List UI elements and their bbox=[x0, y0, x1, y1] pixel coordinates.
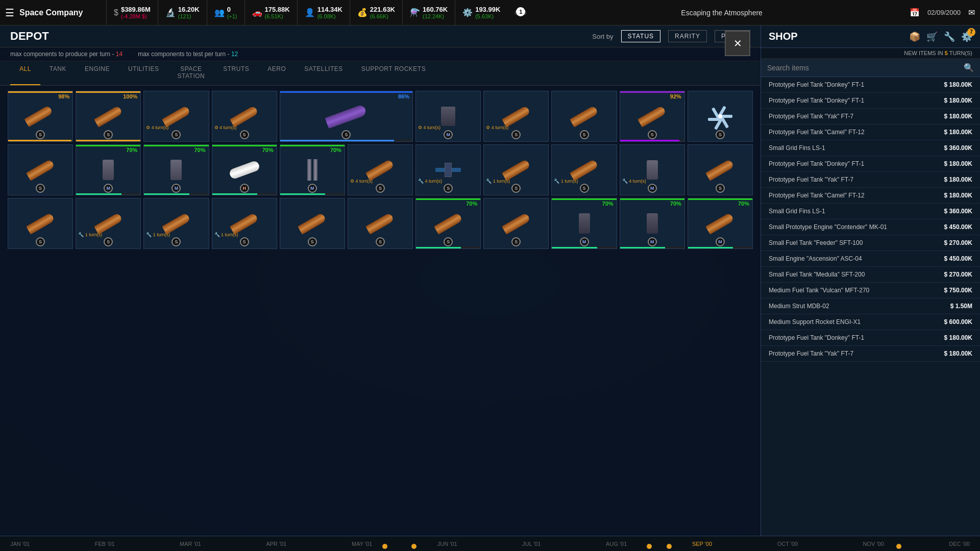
turns-label: ⚙ 4 turn(s) bbox=[418, 125, 440, 130]
shop-item-1[interactable]: Prototype Fuel Tank "Donkey" FT-1 $ 180.… bbox=[761, 77, 980, 93]
depot-item-30[interactable]: 70% M bbox=[551, 198, 617, 249]
depot-item-28[interactable]: 70% S bbox=[415, 198, 481, 249]
depot-item-19[interactable]: 🔧 1 turn(s) S bbox=[551, 144, 617, 195]
depot-item-16[interactable]: ⚙ 4 turn(s) S bbox=[348, 144, 413, 195]
depot-item-7[interactable]: ⚙ 4 turn(s) S bbox=[483, 91, 549, 142]
depot-item-31[interactable]: 70% M bbox=[620, 198, 685, 249]
close-button[interactable]: ✕ bbox=[725, 31, 750, 56]
depot-item-1[interactable]: 98% S bbox=[8, 91, 73, 142]
month-apr01[interactable]: APR '01 bbox=[266, 541, 286, 547]
month-mar01[interactable]: MAR '01 bbox=[180, 541, 201, 547]
size-badge: S bbox=[104, 237, 113, 246]
depot-item-11[interactable]: S bbox=[8, 144, 73, 195]
shop-item-6[interactable]: Prototype Fuel Tank "Donkey" FT-1 $ 180.… bbox=[761, 156, 980, 172]
shop-item-18[interactable]: Prototype Fuel Tank "Yak" FT-7 $ 180.00K bbox=[761, 346, 980, 362]
cart-icon[interactable]: 🛒 bbox=[926, 31, 938, 42]
depot-item-29[interactable]: S bbox=[483, 198, 549, 249]
depot-item-18[interactable]: 🔧 1 turn(s) S bbox=[483, 144, 549, 195]
month-jul01[interactable]: JUL '01 bbox=[522, 541, 541, 547]
depot-item-9[interactable]: 92% S bbox=[620, 91, 685, 142]
shop-item-2[interactable]: Prototype Fuel Tank "Donkey" FT-1 $ 180.… bbox=[761, 93, 980, 109]
shop-item-7[interactable]: Prototype Fuel Tank "Yak" FT-7 $ 180.00K bbox=[761, 172, 980, 188]
depot-item-27[interactable]: S bbox=[348, 198, 413, 249]
shop-item-10[interactable]: Small Prototype Engine "Contender" MK-01… bbox=[761, 219, 980, 235]
shop-item-5[interactable]: Small Grid Fins LS-1 $ 360.00K bbox=[761, 140, 980, 156]
shop-item-14[interactable]: Medium Fuel Tank "Vulcan" MFT-270 $ 750.… bbox=[761, 283, 980, 298]
shop-item-4[interactable]: Prototype Fuel Tank "Camel" FT-12 $ 180.… bbox=[761, 124, 980, 140]
turns-label: 🔧 1 turn(s) bbox=[78, 232, 102, 237]
shop-item-11[interactable]: Small Fuel Tank "Feeder" SFT-100 $ 270.0… bbox=[761, 235, 980, 251]
depot-item-21[interactable]: S bbox=[688, 144, 753, 195]
accent-bar bbox=[280, 145, 345, 146]
depot-item-23[interactable]: 🔧 1 turn(s) S bbox=[76, 198, 141, 249]
shop-item-13[interactable]: Small Fuel Tank "Medulla" SFT-200 $ 270.… bbox=[761, 267, 980, 283]
depot-item-6[interactable]: ⚙ 4 turn(s) M bbox=[415, 91, 481, 142]
production-icon: 🚗 bbox=[252, 8, 262, 17]
search-input[interactable] bbox=[767, 64, 964, 72]
crate-icon[interactable]: 📦 bbox=[909, 32, 920, 42]
depot-item-13[interactable]: 70% M bbox=[143, 144, 209, 195]
shop-item-9[interactable]: Small Grid Fins LS-1 $ 360.00K bbox=[761, 204, 980, 219]
sort-status-button[interactable]: STATUS bbox=[621, 30, 661, 42]
depot-item-2[interactable]: 100% S bbox=[76, 91, 141, 142]
depot-item-3[interactable]: ⚙ 4 turn(s) S bbox=[143, 91, 209, 142]
depot-item-14[interactable]: 70% H bbox=[212, 144, 277, 195]
month-oct00[interactable]: OCT '00 bbox=[777, 541, 798, 547]
progress-fill bbox=[144, 193, 189, 195]
tools-icon[interactable]: 🔧 bbox=[944, 31, 955, 42]
month-jan01[interactable]: JAN '01 bbox=[10, 541, 30, 547]
shop-item-8[interactable]: Prototype Fuel Tank "Camel" FT-12 $ 180.… bbox=[761, 188, 980, 204]
progress-bar bbox=[620, 247, 684, 248]
item-visual bbox=[558, 102, 610, 130]
month-feb01[interactable]: FEB '01 bbox=[95, 541, 115, 547]
mission-badge[interactable]: 1 bbox=[515, 11, 526, 15]
depot-item-25[interactable]: 🔧 1 turn(s) S bbox=[212, 198, 277, 249]
depot-item-10[interactable]: S bbox=[688, 91, 753, 142]
tab-engine[interactable]: ENGINE bbox=[76, 61, 119, 85]
tab-struts[interactable]: STRUTS bbox=[214, 61, 258, 85]
engineering-delta: (5.63K) bbox=[475, 13, 500, 19]
depot-item-22[interactable]: S bbox=[8, 198, 73, 249]
tab-tank[interactable]: TANK bbox=[40, 61, 76, 85]
shop-item-16[interactable]: Medium Support Rocket ENGI-X1 $ 600.00K bbox=[761, 314, 980, 330]
badge-row: S bbox=[620, 130, 684, 139]
progress-bar bbox=[688, 247, 752, 248]
tab-support-rockets[interactable]: SUPPORT ROCKETS bbox=[352, 61, 435, 85]
depot-item-12[interactable]: 70% M bbox=[76, 144, 141, 195]
main-area: DEPOT Sort by STATUS RARITY PARTS max co… bbox=[0, 26, 980, 536]
item-name: Prototype Fuel Tank "Yak" FT-7 bbox=[769, 350, 853, 357]
money-delta: (-4.28M $) bbox=[121, 13, 151, 19]
depot-item-17[interactable]: 🔧 4 turn(s) S bbox=[415, 144, 481, 195]
tab-space-station[interactable]: SPACESTATION bbox=[168, 61, 214, 85]
month-aug01[interactable]: AUG '01 bbox=[606, 541, 627, 547]
shop-item-17[interactable]: Prototype Fuel Tank "Donkey" FT-1 $ 180.… bbox=[761, 330, 980, 346]
shop-item-3[interactable]: Prototype Fuel Tank "Yak" FT-7 $ 180.00K bbox=[761, 109, 980, 124]
depot-item-24[interactable]: 🔧 1 turn(s) S bbox=[143, 198, 209, 249]
depot-item-32[interactable]: 70% M bbox=[688, 198, 753, 249]
month-may01[interactable]: MAY '01 bbox=[352, 541, 372, 547]
depot-item-26[interactable]: S bbox=[280, 198, 345, 249]
tab-utilities[interactable]: UTILITIES bbox=[119, 61, 168, 85]
shop-item-12[interactable]: Small Engine "Ascension" ASC-04 $ 450.00… bbox=[761, 251, 980, 267]
shop-item-15[interactable]: Medium Strut MDB-02 $ 1.50M bbox=[761, 298, 980, 314]
depot-item-5[interactable]: 86% S bbox=[280, 91, 413, 142]
depot-item-4[interactable]: ⚙ 4 turn(s) S bbox=[212, 91, 277, 142]
item-price: $ 360.00K bbox=[944, 144, 972, 152]
tab-satellites[interactable]: SATELLITES bbox=[295, 61, 352, 85]
depot-item-20[interactable]: 🔧 4 turn(s) M bbox=[620, 144, 685, 195]
month-dec00[interactable]: DEC '00 bbox=[949, 541, 970, 547]
category-tabs: ALL TANK ENGINE UTILITIES SPACESTATION S… bbox=[0, 61, 761, 86]
depot-item-8[interactable]: S bbox=[551, 91, 617, 142]
mail-icon[interactable]: ✉ bbox=[968, 8, 975, 17]
menu-button[interactable]: ☰ bbox=[5, 7, 14, 19]
month-nov00[interactable]: NOV '00 bbox=[863, 541, 884, 547]
depot-item-15[interactable]: 70% M bbox=[280, 144, 345, 195]
app-title: Space Company bbox=[19, 8, 96, 17]
progress-fill bbox=[280, 140, 394, 141]
tab-aero[interactable]: AERO bbox=[258, 61, 295, 85]
tab-all[interactable]: ALL bbox=[10, 61, 40, 85]
month-jun01[interactable]: JUN '01 bbox=[437, 541, 457, 547]
sort-rarity-button[interactable]: RARITY bbox=[668, 30, 707, 42]
item-name: Prototype Fuel Tank "Yak" FT-7 bbox=[769, 176, 853, 183]
month-sep00[interactable]: SEP '00 bbox=[692, 541, 712, 547]
